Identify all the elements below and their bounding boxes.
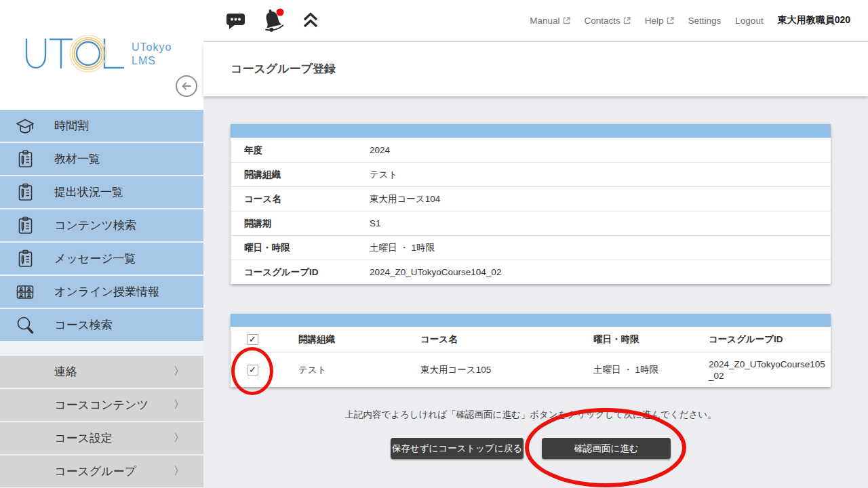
content-area: 年度 2024 開講組織 テスト コース名 東大用コース104 開講期 S1 曜…	[203, 96, 868, 488]
magnifier-icon	[15, 315, 35, 336]
select-all-checkbox[interactable]: ✓	[248, 334, 258, 345]
utol-logo-icon	[23, 35, 132, 75]
row-value: 2024	[370, 145, 390, 155]
table-row: コース名 東大用コース104	[231, 186, 831, 211]
collapse-chevrons-icon[interactable]	[301, 11, 320, 30]
cell-course-name: 東大用コース105	[397, 364, 570, 375]
page-title-band: コースグループ登録	[203, 42, 868, 96]
topbar-icon-group	[225, 7, 320, 33]
sidebar-item-course-contents[interactable]: コースコンテンツ 〉	[0, 389, 203, 421]
sidebar-item-course-settings[interactable]: コース設定 〉	[0, 422, 203, 454]
graduation-cap-icon	[15, 116, 35, 136]
link-label: Settings	[688, 16, 722, 26]
row-value: テスト	[370, 169, 397, 181]
video-grid-icon	[15, 282, 35, 302]
table-row: ✓ テスト 東大用コース105 土曜日 ・ 1時限 2024_Z0_UTokyo…	[231, 352, 831, 387]
row-value: S1	[370, 218, 381, 228]
external-link-icon	[667, 17, 674, 24]
link-label: Help	[645, 16, 664, 26]
cell-org: テスト	[275, 364, 397, 375]
row-label: 開講期	[231, 218, 370, 230]
chevron-right-icon: 〉	[174, 464, 184, 479]
clipboard-pen-icon	[15, 182, 35, 203]
clipboard-pen-icon	[15, 149, 35, 169]
row-value: 2024_Z0_UTokyoCourse104_02	[370, 267, 501, 277]
chat-icon[interactable]	[225, 10, 246, 30]
logo-subtext-line2: LMS	[132, 54, 172, 68]
clipboard-pen-icon	[15, 216, 35, 236]
sidebar-logo-area: UTokyo LMS	[0, 0, 203, 110]
main-area: Manual Contacts Help Settings	[203, 0, 868, 488]
row-checkbox[interactable]: ✓	[248, 365, 258, 375]
sidebar-item-label: 教材一覧	[54, 151, 100, 167]
utol-logo	[23, 35, 132, 77]
column-header: 開講組織	[275, 333, 397, 346]
table-row: 年度 2024	[231, 138, 831, 162]
sidebar-item-online-class-info[interactable]: オンライン授業情報	[0, 276, 203, 308]
sidebar-item-label: メッセージ一覧	[54, 251, 136, 266]
sidebar-item-label: コース設定	[54, 430, 113, 446]
link-logout[interactable]: Logout	[735, 16, 763, 26]
sidebar-item-label: 時間割	[54, 118, 89, 134]
sidebar: UTokyo LMS 時間割 教材一覧	[0, 0, 203, 488]
table-row: 曜日・時限 土曜日 ・ 1時限	[231, 235, 831, 260]
chevron-right-icon: 〉	[174, 431, 184, 445]
cell-group-id: 2024_Z0_UTokyoCourse105_02	[685, 359, 831, 382]
course-selection-table: ✓ 開講組織 コース名 曜日・時限 コースグループID ✓ テスト 東大用コース…	[231, 314, 831, 387]
table-row: コースグループID 2024_Z0_UTokyoCourse104_02	[231, 260, 831, 284]
sidebar-item-materials[interactable]: 教材一覧	[0, 143, 203, 175]
link-label: Logout	[735, 16, 763, 26]
sidebar-section-gap	[0, 342, 203, 356]
row-label: 年度	[231, 144, 370, 157]
cell-schedule: 土曜日 ・ 1時限	[570, 364, 685, 375]
sidebar-item-course-search[interactable]: コース検索	[0, 309, 203, 341]
row-label: コースグループID	[231, 266, 370, 279]
sidebar-collapse-button[interactable]	[176, 75, 197, 97]
table-header-bar	[231, 314, 831, 327]
link-help[interactable]: Help	[645, 16, 674, 26]
instruction-text: 上記内容でよろしければ「確認画面に進む」ボタンをクリックして次に進んでください。	[231, 409, 831, 421]
external-link-icon	[623, 17, 631, 24]
selection-table-header-row: ✓ 開講組織 コース名 曜日・時限 コースグループID	[231, 327, 831, 352]
sidebar-item-messages[interactable]: メッセージ一覧	[0, 243, 203, 274]
sidebar-item-label: 提出状況一覧	[54, 184, 123, 200]
back-to-course-top-button[interactable]: 保存せずにコーストップに戻る	[391, 438, 524, 459]
button-row: 保存せずにコーストップに戻る 確認画面に進む	[231, 438, 831, 459]
topbar-links: Manual Contacts Help Settings	[530, 14, 850, 26]
chevron-right-icon: 〉	[174, 398, 184, 412]
link-label: Contacts	[585, 16, 620, 26]
sidebar-item-label: コースグループ	[54, 464, 136, 479]
notification-bell-icon[interactable]	[261, 7, 286, 33]
sidebar-item-label: コースコンテンツ	[54, 397, 149, 413]
sidebar-item-label: 連絡	[54, 364, 77, 380]
row-label: コース名	[231, 193, 370, 205]
link-label: Manual	[530, 16, 559, 26]
sidebar-item-content-search[interactable]: コンテンツ検索	[0, 209, 203, 241]
link-settings[interactable]: Settings	[688, 16, 722, 26]
sidebar-item-label: オンライン授業情報	[54, 284, 159, 300]
sidebar-item-course-group[interactable]: コースグループ 〉	[0, 455, 203, 487]
row-value: 土曜日 ・ 1時限	[370, 242, 435, 254]
sidebar-item-timetable[interactable]: 時間割	[0, 110, 203, 142]
row-label: 開講組織	[231, 169, 370, 181]
clipboard-pen-icon	[15, 249, 35, 269]
table-header-bar	[231, 124, 831, 138]
column-header: コース名	[397, 333, 570, 346]
chevron-right-icon: 〉	[174, 365, 184, 379]
sidebar-item-contact[interactable]: 連絡 〉	[0, 356, 203, 388]
table-row: 開講組織 テスト	[231, 162, 831, 186]
link-manual[interactable]: Manual	[530, 16, 570, 26]
sidebar-item-label: コース検索	[54, 317, 113, 333]
sidebar-item-label: コンテンツ検索	[54, 218, 136, 233]
sidebar-item-submissions[interactable]: 提出状況一覧	[0, 176, 203, 208]
table-row: 開講期 S1	[231, 211, 831, 235]
course-group-detail-table: 年度 2024 開講組織 テスト コース名 東大用コース104 開講期 S1 曜…	[231, 124, 831, 284]
topbar: Manual Contacts Help Settings	[203, 0, 868, 42]
proceed-confirm-button[interactable]: 確認画面に進む	[542, 438, 671, 459]
page-title: コースグループ登録	[203, 42, 868, 96]
user-name: 東大用教職員020	[778, 14, 850, 26]
logo-subtext-line1: UTokyo	[132, 41, 172, 54]
arrow-left-icon	[180, 80, 193, 92]
row-label: 曜日・時限	[231, 242, 370, 254]
link-contacts[interactable]: Contacts	[585, 16, 631, 26]
